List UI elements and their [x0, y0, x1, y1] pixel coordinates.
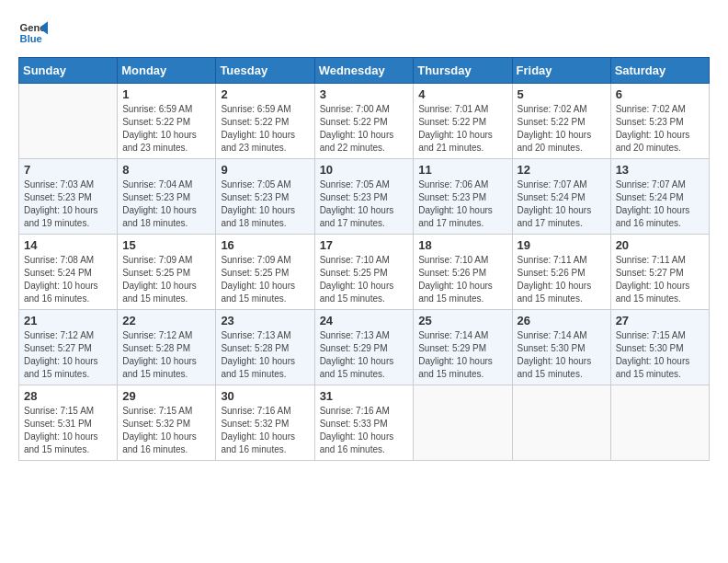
day-number: 31 — [320, 389, 409, 403]
calendar-cell: 15Sunrise: 7:09 AMSunset: 5:25 PMDayligh… — [118, 235, 216, 310]
day-info: Sunrise: 7:15 AMSunset: 5:32 PMDaylight:… — [122, 405, 210, 456]
calendar-week-row: 1Sunrise: 6:59 AMSunset: 5:22 PMDaylight… — [19, 84, 710, 159]
logo: General Blue — [18, 18, 48, 48]
day-number: 8 — [122, 163, 210, 177]
day-info: Sunrise: 7:10 AMSunset: 5:26 PMDaylight:… — [418, 254, 506, 305]
day-info: Sunrise: 7:10 AMSunset: 5:25 PMDaylight:… — [320, 254, 409, 305]
calendar-cell — [610, 385, 709, 461]
day-info: Sunrise: 7:11 AMSunset: 5:27 PMDaylight:… — [616, 254, 704, 305]
calendar-cell: 11Sunrise: 7:06 AMSunset: 5:23 PMDayligh… — [414, 159, 512, 235]
day-number: 1 — [122, 87, 210, 101]
day-header-saturday: Saturday — [610, 58, 709, 84]
calendar-cell: 12Sunrise: 7:07 AMSunset: 5:24 PMDayligh… — [512, 159, 610, 235]
day-info: Sunrise: 7:01 AMSunset: 5:22 PMDaylight:… — [418, 103, 506, 155]
day-number: 17 — [320, 238, 409, 252]
day-number: 11 — [418, 163, 506, 177]
day-header-sunday: Sunday — [19, 58, 118, 84]
calendar-cell: 2Sunrise: 6:59 AMSunset: 5:22 PMDaylight… — [216, 84, 314, 159]
day-number: 28 — [24, 389, 112, 403]
calendar-cell: 5Sunrise: 7:02 AMSunset: 5:22 PMDaylight… — [512, 84, 610, 159]
calendar-cell: 23Sunrise: 7:13 AMSunset: 5:28 PMDayligh… — [216, 310, 314, 385]
day-info: Sunrise: 7:08 AMSunset: 5:24 PMDaylight:… — [24, 254, 112, 305]
day-number: 15 — [122, 238, 210, 252]
calendar-cell: 26Sunrise: 7:14 AMSunset: 5:30 PMDayligh… — [512, 310, 610, 385]
day-number: 18 — [418, 238, 506, 252]
day-number: 27 — [616, 314, 704, 327]
day-info: Sunrise: 7:06 AMSunset: 5:23 PMDaylight:… — [418, 178, 506, 230]
day-number: 16 — [221, 238, 309, 252]
calendar-cell: 7Sunrise: 7:03 AMSunset: 5:23 PMDaylight… — [19, 159, 118, 235]
day-header-friday: Friday — [512, 58, 610, 84]
day-header-thursday: Thursday — [414, 58, 512, 84]
calendar-cell: 28Sunrise: 7:15 AMSunset: 5:31 PMDayligh… — [19, 385, 118, 461]
calendar-week-row: 7Sunrise: 7:03 AMSunset: 5:23 PMDaylight… — [19, 159, 710, 235]
calendar-cell: 3Sunrise: 7:00 AMSunset: 5:22 PMDaylight… — [314, 84, 414, 159]
day-number: 29 — [122, 389, 210, 403]
day-info: Sunrise: 7:15 AMSunset: 5:30 PMDaylight:… — [616, 329, 704, 381]
calendar-cell: 6Sunrise: 7:02 AMSunset: 5:23 PMDaylight… — [610, 84, 709, 159]
day-info: Sunrise: 7:09 AMSunset: 5:25 PMDaylight:… — [122, 254, 210, 305]
day-number: 30 — [221, 389, 309, 403]
calendar-cell: 1Sunrise: 6:59 AMSunset: 5:22 PMDaylight… — [118, 84, 216, 159]
logo-icon: General Blue — [18, 18, 48, 48]
day-number: 3 — [320, 87, 409, 101]
day-info: Sunrise: 7:02 AMSunset: 5:22 PMDaylight:… — [518, 103, 606, 155]
calendar-cell: 14Sunrise: 7:08 AMSunset: 5:24 PMDayligh… — [19, 235, 118, 310]
day-number: 21 — [24, 314, 112, 327]
calendar-cell: 25Sunrise: 7:14 AMSunset: 5:29 PMDayligh… — [414, 310, 512, 385]
calendar-cell: 18Sunrise: 7:10 AMSunset: 5:26 PMDayligh… — [414, 235, 512, 310]
calendar-cell: 8Sunrise: 7:04 AMSunset: 5:23 PMDaylight… — [118, 159, 216, 235]
calendar-cell: 31Sunrise: 7:16 AMSunset: 5:33 PMDayligh… — [314, 385, 414, 461]
day-number: 20 — [616, 238, 704, 252]
day-info: Sunrise: 7:12 AMSunset: 5:27 PMDaylight:… — [24, 329, 112, 381]
day-info: Sunrise: 7:16 AMSunset: 5:32 PMDaylight:… — [221, 405, 309, 456]
calendar-cell: 30Sunrise: 7:16 AMSunset: 5:32 PMDayligh… — [216, 385, 314, 461]
day-info: Sunrise: 7:13 AMSunset: 5:28 PMDaylight:… — [221, 329, 309, 381]
day-header-monday: Monday — [118, 58, 216, 84]
day-info: Sunrise: 7:03 AMSunset: 5:23 PMDaylight:… — [24, 178, 112, 230]
calendar-week-row: 28Sunrise: 7:15 AMSunset: 5:31 PMDayligh… — [19, 385, 710, 461]
day-info: Sunrise: 7:16 AMSunset: 5:33 PMDaylight:… — [320, 405, 409, 456]
day-header-wednesday: Wednesday — [314, 58, 414, 84]
day-info: Sunrise: 7:15 AMSunset: 5:31 PMDaylight:… — [24, 405, 112, 456]
calendar-cell: 27Sunrise: 7:15 AMSunset: 5:30 PMDayligh… — [610, 310, 709, 385]
calendar-cell: 9Sunrise: 7:05 AMSunset: 5:23 PMDaylight… — [216, 159, 314, 235]
day-info: Sunrise: 7:05 AMSunset: 5:23 PMDaylight:… — [320, 178, 409, 230]
day-number: 26 — [518, 314, 606, 327]
day-info: Sunrise: 7:04 AMSunset: 5:23 PMDaylight:… — [122, 178, 210, 230]
day-number: 23 — [221, 314, 309, 327]
day-header-tuesday: Tuesday — [216, 58, 314, 84]
calendar-cell: 16Sunrise: 7:09 AMSunset: 5:25 PMDayligh… — [216, 235, 314, 310]
calendar-cell: 17Sunrise: 7:10 AMSunset: 5:25 PMDayligh… — [314, 235, 414, 310]
calendar-cell: 29Sunrise: 7:15 AMSunset: 5:32 PMDayligh… — [118, 385, 216, 461]
day-number: 13 — [616, 163, 704, 177]
day-info: Sunrise: 6:59 AMSunset: 5:22 PMDaylight:… — [122, 103, 210, 155]
day-info: Sunrise: 7:14 AMSunset: 5:29 PMDaylight:… — [418, 329, 506, 381]
calendar-header-row: SundayMondayTuesdayWednesdayThursdayFrid… — [19, 58, 710, 84]
calendar-cell — [414, 385, 512, 461]
day-number: 7 — [24, 163, 112, 177]
calendar-week-row: 21Sunrise: 7:12 AMSunset: 5:27 PMDayligh… — [19, 310, 710, 385]
day-number: 12 — [518, 163, 606, 177]
day-info: Sunrise: 7:07 AMSunset: 5:24 PMDaylight:… — [616, 178, 704, 230]
day-info: Sunrise: 6:59 AMSunset: 5:22 PMDaylight:… — [221, 103, 309, 155]
day-number: 14 — [24, 238, 112, 252]
day-number: 22 — [122, 314, 210, 327]
day-number: 9 — [221, 163, 309, 177]
day-number: 4 — [418, 87, 506, 101]
day-number: 10 — [320, 163, 409, 177]
day-number: 5 — [518, 87, 606, 101]
calendar-cell: 21Sunrise: 7:12 AMSunset: 5:27 PMDayligh… — [19, 310, 118, 385]
svg-text:Blue: Blue — [20, 33, 42, 44]
day-info: Sunrise: 7:05 AMSunset: 5:23 PMDaylight:… — [221, 178, 309, 230]
calendar-cell: 19Sunrise: 7:11 AMSunset: 5:26 PMDayligh… — [512, 235, 610, 310]
calendar-cell: 10Sunrise: 7:05 AMSunset: 5:23 PMDayligh… — [314, 159, 414, 235]
day-number: 19 — [518, 238, 606, 252]
day-info: Sunrise: 7:14 AMSunset: 5:30 PMDaylight:… — [518, 329, 606, 381]
calendar-cell: 24Sunrise: 7:13 AMSunset: 5:29 PMDayligh… — [314, 310, 414, 385]
calendar-cell — [19, 84, 118, 159]
day-info: Sunrise: 7:09 AMSunset: 5:25 PMDaylight:… — [221, 254, 309, 305]
day-number: 6 — [616, 87, 704, 101]
calendar-cell — [512, 385, 610, 461]
calendar-cell: 22Sunrise: 7:12 AMSunset: 5:28 PMDayligh… — [118, 310, 216, 385]
